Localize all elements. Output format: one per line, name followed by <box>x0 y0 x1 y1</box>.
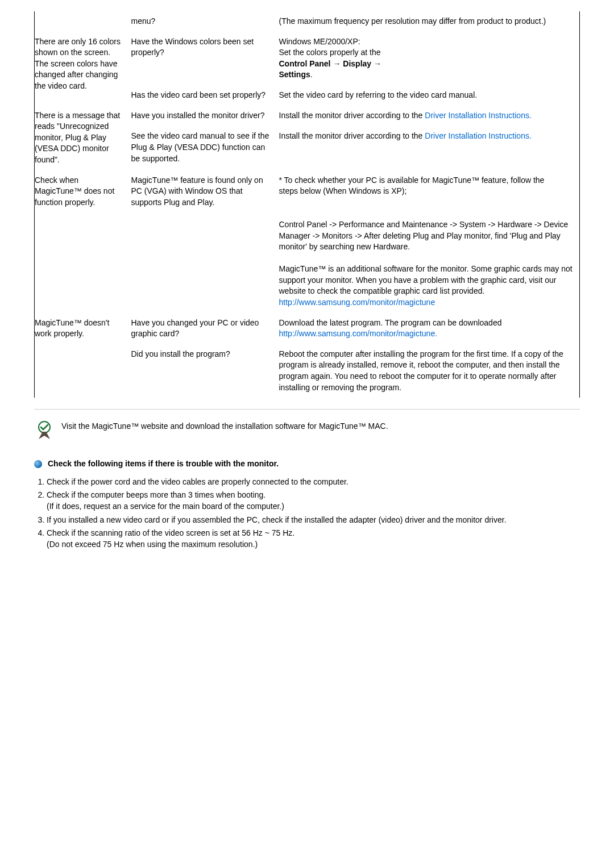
check-heading: Check the following items if there is tr… <box>48 458 279 470</box>
divider <box>34 409 580 410</box>
table-row: menu?(The maximum frequency per resoluti… <box>35 11 580 32</box>
solution-cell: Set the video card by referring to the v… <box>279 85 580 106</box>
check-heading-row: Check the following items if there is tr… <box>34 458 580 470</box>
symptom-cell: Check when MagicTune™ does not function … <box>35 170 131 313</box>
list-item: If you installed a new video card or if … <box>47 515 580 526</box>
solution-cell: Reboot the computer after installing the… <box>279 344 580 398</box>
solution-cell: Install the monitor driver according to … <box>279 106 580 127</box>
solution-cell: Windows ME/2000/XP:Set the colors proper… <box>279 32 580 85</box>
visit-note: Visit the MagicTune™ website and downloa… <box>34 421 580 441</box>
check-cell: menu? <box>131 11 279 32</box>
symptom-cell: There is a message that reads "Unrecogni… <box>35 106 131 170</box>
check-cell: Have you changed your PC or video graphi… <box>131 313 279 344</box>
check-cell: See the video card manual to see if the … <box>131 126 279 170</box>
magictune-icon <box>34 421 55 441</box>
table-row: Check when MagicTune™ does not function … <box>35 170 580 313</box>
download-link[interactable]: http://www.samsung.com/monitor/magictune… <box>279 329 438 338</box>
visit-text: Visit the MagicTune™ website and downloa… <box>61 421 388 432</box>
check-cell: Has the video card been set properly? <box>131 85 279 106</box>
check-cell: MagicTune™ feature is found only on PC (… <box>131 170 279 313</box>
driver-install-link[interactable]: Driver Installation Instructions. <box>425 111 532 120</box>
troubleshooting-table: menu?(The maximum frequency per resoluti… <box>34 11 580 398</box>
check-cell: Have you installed the monitor driver? <box>131 106 279 127</box>
solution-cell: Install the monitor driver according to … <box>279 126 580 170</box>
symptom-cell: There are only 16 colors shown on the sc… <box>35 32 131 106</box>
list-item: Check if the scanning ratio of the video… <box>47 528 580 550</box>
list-item: Check if the power cord and the video ca… <box>47 477 580 488</box>
table-row: There are only 16 colors shown on the sc… <box>35 32 580 85</box>
symptom-cell: MagicTune™ doesn't work properly. <box>35 313 131 398</box>
bullet-icon <box>34 460 42 468</box>
symptom-cell <box>35 11 131 32</box>
driver-install-link[interactable]: Driver Installation Instructions. <box>425 131 532 140</box>
solution-cell: * To check whether your PC is available … <box>279 170 580 313</box>
list-item: Check if the computer beeps more than 3 … <box>47 490 580 512</box>
solution-cell: Download the latest program. The program… <box>279 313 580 344</box>
solution-cell: (The maximum frequency per resolution ma… <box>279 11 580 32</box>
magictune-link[interactable]: http://www.samsung.com/monitor/magictune <box>279 298 435 307</box>
table-row: MagicTune™ doesn't work properly.Have yo… <box>35 313 580 344</box>
check-cell: Did you install the program? <box>131 344 279 398</box>
check-cell: Have the Windows colors been set properl… <box>131 32 279 85</box>
checks-list: Check if the power cord and the video ca… <box>34 477 580 550</box>
table-row: There is a message that reads "Unrecogni… <box>35 106 580 127</box>
